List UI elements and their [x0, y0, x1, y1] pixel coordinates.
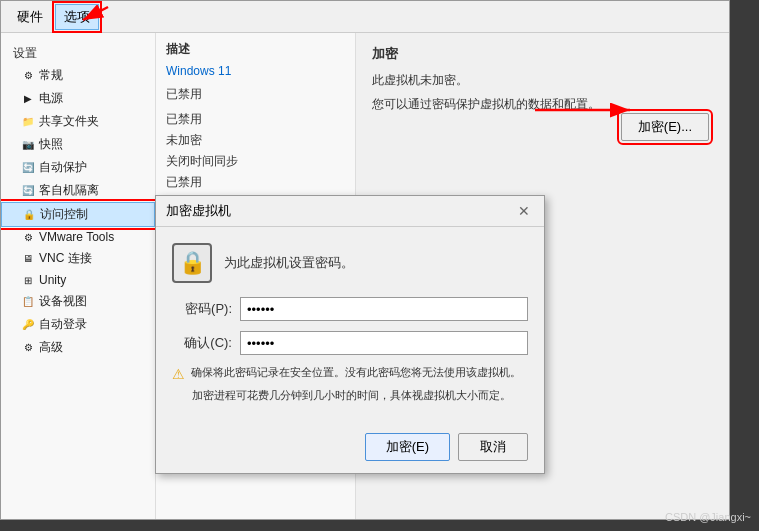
sidebar-item-advanced[interactable]: ⚙ 高级: [1, 336, 155, 359]
unity-icon: ⊞: [21, 273, 35, 287]
hardware-menu[interactable]: 硬件: [9, 5, 51, 29]
warning-text-2: 加密进程可花费几分钟到几小时的时间，具体视虚拟机大小而定。: [172, 388, 511, 403]
sidebar-item-label: 自动保护: [39, 159, 87, 176]
sidebar-item-label: 自动登录: [39, 316, 87, 333]
sidebar-item-label: 设备视图: [39, 293, 87, 310]
vmware-tools-icon: ⚙: [21, 230, 35, 244]
sidebar-item-label: 访问控制: [40, 206, 88, 223]
vnc-icon: 🖥: [21, 252, 35, 266]
snapshot-icon: 📷: [21, 138, 35, 152]
desc-value-shared: 已禁用: [166, 86, 202, 103]
desc-value-os: Windows 11: [166, 64, 231, 78]
desc-row-autoprotect: 已禁用: [166, 111, 345, 128]
warning-icon-1: ⚠: [172, 366, 185, 382]
access-control-icon: 🔒: [22, 208, 36, 222]
warning-row-1: ⚠ 确保将此密码记录在安全位置。没有此密码您将无法使用该虚拟机。: [172, 365, 528, 382]
dialog-cancel-button[interactable]: 取消: [458, 433, 528, 461]
desc-row-3: 已禁用: [166, 174, 345, 191]
advanced-icon: ⚙: [21, 341, 35, 355]
warning-row-2: 加密进程可花费几分钟到几小时的时间，具体视虚拟机大小而定。: [172, 388, 528, 403]
dialog-close-button[interactable]: ✕: [514, 203, 534, 219]
folder-icon: 📁: [21, 115, 35, 129]
options-menu[interactable]: 选项: [55, 4, 99, 30]
sidebar-item-access-control[interactable]: 🔒 访问控制: [1, 202, 155, 227]
dialog-title: 加密虚拟机: [166, 202, 231, 220]
confirm-row: 确认(C):: [172, 331, 528, 355]
password-input[interactable]: [240, 297, 528, 321]
autoprotect-icon: 🔄: [21, 161, 35, 175]
device-view-icon: 📋: [21, 295, 35, 309]
dialog-titlebar: 加密虚拟机 ✕: [156, 196, 544, 227]
sidebar-item-label: 常规: [39, 67, 63, 84]
desc-value-3: 已禁用: [166, 174, 202, 191]
dialog-subtitle: 为此虚拟机设置密码。: [224, 254, 354, 272]
confirm-label: 确认(C):: [172, 334, 232, 352]
sidebar-item-label: 快照: [39, 136, 63, 153]
desc-row-timesync: 关闭时间同步: [166, 153, 345, 170]
sidebar-section-title: 设置: [1, 41, 155, 64]
power-icon: ▶: [21, 92, 35, 106]
confirm-input[interactable]: [240, 331, 528, 355]
sidebar-item-label: 客自机隔离: [39, 182, 99, 199]
sidebar-item-label: Unity: [39, 273, 66, 287]
lock-icon: 🔒: [172, 243, 212, 283]
autologin-icon: 🔑: [21, 318, 35, 332]
right-section-title: 加密: [372, 45, 713, 63]
password-label: 密码(P):: [172, 300, 232, 318]
sidebar-item-autoprotect[interactable]: 🔄 自动保护: [1, 156, 155, 179]
sidebar-item-label: 高级: [39, 339, 63, 356]
sidebar-item-autologin[interactable]: 🔑 自动登录: [1, 313, 155, 336]
watermark: CSDN @Jiangxi~: [665, 511, 751, 523]
sidebar-item-general[interactable]: ⚙ 常规: [1, 64, 155, 87]
toolbar: 硬件 选项: [1, 1, 729, 33]
sidebar-item-label: VNC 连接: [39, 250, 92, 267]
sidebar-item-label: VMware Tools: [39, 230, 114, 244]
sidebar-item-guest-isolation[interactable]: 🔄 客自机隔离: [1, 179, 155, 202]
dialog-body: 🔒 为此虚拟机设置密码。 密码(P): 确认(C): ⚠ 确保将此密码记录在安全…: [156, 227, 544, 425]
dialog-footer: 加密(E) 取消: [156, 425, 544, 473]
right-desc-2: 您可以通过密码保护虚拟机的数据和配置。: [372, 95, 713, 113]
sidebar-item-unity[interactable]: ⊞ Unity: [1, 270, 155, 290]
dialog-header-row: 🔒 为此虚拟机设置密码。: [172, 243, 528, 283]
warning-text-1: 确保将此密码记录在安全位置。没有此密码您将无法使用该虚拟机。: [191, 365, 521, 380]
desc-value-autoprotect: 已禁用: [166, 111, 202, 128]
sidebar-item-vmware-tools[interactable]: ⚙ VMware Tools: [1, 227, 155, 247]
desc-value-encrypt: 未加密: [166, 132, 202, 149]
right-desc-1: 此虚拟机未加密。: [372, 71, 713, 89]
isolation-icon: 🔄: [21, 184, 35, 198]
desc-value-timesync: 关闭时间同步: [166, 153, 238, 170]
sidebar: 设置 ⚙ 常规 ▶ 电源 📁 共享文件夹 📷 快照 🔄 自动保护: [1, 33, 156, 519]
desc-row-os: Windows 11: [166, 64, 345, 78]
sidebar-item-shared-folder[interactable]: 📁 共享文件夹: [1, 110, 155, 133]
encrypt-button[interactable]: 加密(E)...: [621, 113, 709, 141]
sidebar-item-power[interactable]: ▶ 电源: [1, 87, 155, 110]
sidebar-item-label: 电源: [39, 90, 63, 107]
encrypt-dialog: 加密虚拟机 ✕ 🔒 为此虚拟机设置密码。 密码(P): 确认(C): ⚠ 确保将…: [155, 195, 545, 474]
desc-row-encrypt: 未加密: [166, 132, 345, 149]
general-icon: ⚙: [21, 69, 35, 83]
desc-title: 描述: [166, 41, 345, 58]
sidebar-item-label: 共享文件夹: [39, 113, 99, 130]
dialog-encrypt-button[interactable]: 加密(E): [365, 433, 450, 461]
password-row: 密码(P):: [172, 297, 528, 321]
desc-row-shared: 已禁用: [166, 86, 345, 103]
sidebar-item-vnc[interactable]: 🖥 VNC 连接: [1, 247, 155, 270]
sidebar-item-snapshot[interactable]: 📷 快照: [1, 133, 155, 156]
sidebar-item-device-view[interactable]: 📋 设备视图: [1, 290, 155, 313]
